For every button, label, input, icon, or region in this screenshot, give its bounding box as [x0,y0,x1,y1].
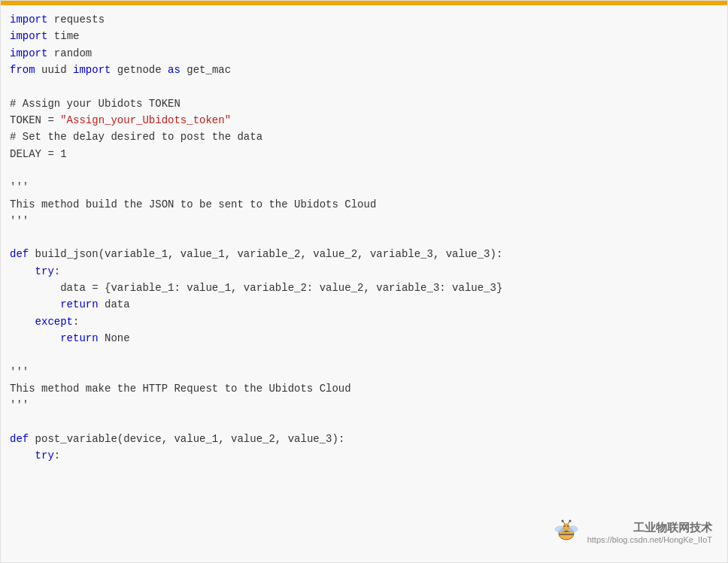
code-line-empty [10,79,718,95]
code-line: ''' [10,213,718,229]
code-line: This method build the JSON to be sent to… [10,196,718,213]
watermark-text-block: 工业物联网技术 https://blog.csdn.net/HongKe_IIo… [587,521,712,544]
code-line: def build_json(variable_1, value_1, vari… [10,246,718,262]
code-line-empty [10,229,718,246]
code-line: # Set the delay desired to post the data [10,129,718,145]
watermark-url: https://blog.csdn.net/HongKe_IIoT [587,535,712,544]
svg-point-7 [564,525,566,527]
code-line: import random [10,45,718,62]
svg-point-12 [569,520,571,522]
code-line-empty [10,162,718,179]
watermark-icon [551,517,581,547]
code-line: ''' [10,364,718,380]
watermark-title: 工业物联网技术 [587,521,712,535]
code-line: def post_variable(device, value_1, value… [10,431,718,447]
code-line-empty [10,347,718,364]
code-line: DELAY = 1 [10,146,718,162]
code-line: This method make the HTTP Request to the… [10,380,718,397]
code-line: data = {variable_1: value_1, variable_2:… [10,280,718,296]
code-line: try: [10,263,718,280]
code-block: import requests import time import rando… [1,5,727,562]
code-line: from uuid import getnode as get_mac [10,62,718,78]
svg-point-11 [561,520,563,522]
code-line: return data [10,296,718,313]
code-line: ''' [10,397,718,413]
svg-point-6 [563,524,569,530]
code-line: TOKEN = "Assign_your_Ubidots_token" [10,112,718,129]
code-line: # Assign your Ubidots TOKEN [10,95,718,112]
svg-point-8 [567,525,569,527]
code-line: return None [10,330,718,347]
code-line: ''' [10,179,718,195]
watermark: 工业物联网技术 https://blog.csdn.net/HongKe_IIo… [551,517,712,547]
code-line: import time [10,28,718,44]
code-container: import requests import time import rando… [0,0,728,563]
code-line-empty [10,414,718,431]
code-line: import requests [10,11,718,28]
code-line: try: [10,447,718,464]
code-line: except: [10,313,718,330]
